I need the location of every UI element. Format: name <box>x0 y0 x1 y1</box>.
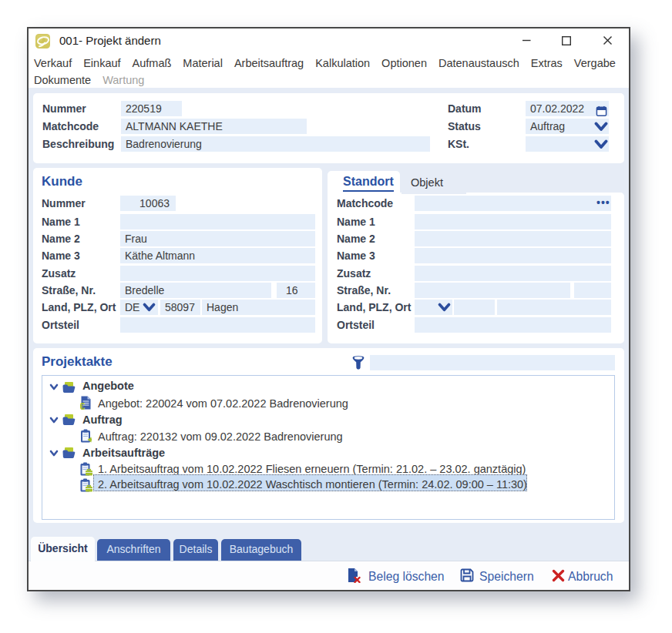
svg-text:€: € <box>80 400 86 410</box>
